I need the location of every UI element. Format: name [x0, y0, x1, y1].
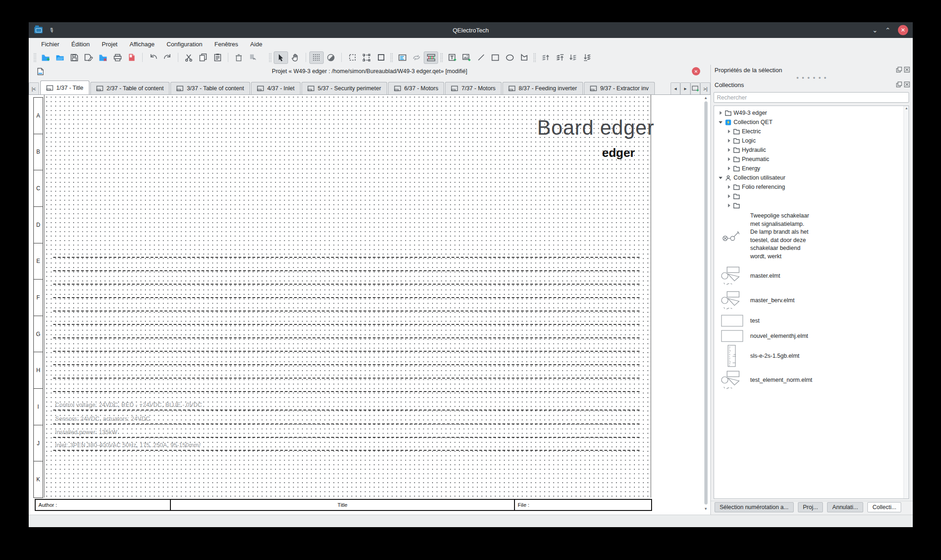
tree-item-folio-referencing[interactable]: Folio referencing [714, 182, 909, 192]
select-tool-button[interactable] [274, 51, 288, 64]
note-text[interactable]: Inlet: 3PEN 380-400VAC 50Hz, 175..250A, … [53, 442, 640, 451]
tree-item-pneumatic[interactable]: Pneumatic [714, 155, 909, 164]
tree-item-collection-utilisateur[interactable]: Collection utilisateur [714, 173, 909, 182]
collections-search-input[interactable] [714, 92, 909, 103]
tab-collections[interactable]: Collecti... [867, 502, 901, 512]
dashed-conductor[interactable] [53, 378, 640, 379]
folio-list-button[interactable] [395, 51, 409, 64]
dock-splitter-handle[interactable]: ● ● ● ● ● ● [711, 75, 913, 80]
tree-item-electric[interactable]: Electric [714, 127, 909, 136]
conductor-button[interactable] [424, 51, 438, 64]
chevron-down-icon[interactable] [719, 121, 722, 124]
titlebar[interactable]: ✎ QElectroTech ⌄ ⌃ ✕ [29, 22, 913, 38]
add-image-button[interactable] [459, 51, 474, 64]
title-block[interactable]: Author : Title File : [35, 499, 652, 511]
close-window-button[interactable]: ✕ [898, 25, 908, 35]
tree-item-collection-qet[interactable]: Collection QET [714, 118, 909, 127]
tree-item-energy[interactable]: Energy [714, 164, 909, 173]
collections-scrollbar[interactable]: ▲ [903, 106, 909, 498]
collections-dock-header[interactable]: Collections [711, 80, 913, 90]
menu-affichage[interactable]: Affichage [124, 39, 161, 49]
dashed-conductor[interactable] [53, 297, 640, 298]
selection-mode-button[interactable] [345, 51, 359, 64]
chevron-right-icon[interactable] [728, 204, 730, 207]
draw-ellipse-button[interactable] [502, 51, 517, 64]
folio-tab-6[interactable]: 6/37 - Motors [388, 82, 445, 94]
dashed-conductor[interactable] [53, 324, 640, 325]
toolbar-drag-handle[interactable] [390, 53, 393, 62]
chevron-down-icon[interactable] [719, 177, 722, 179]
pan-tool-button[interactable] [288, 51, 302, 64]
tab-projet[interactable]: Proj... [798, 502, 823, 512]
paste-button[interactable] [210, 51, 225, 64]
close-dock-icon[interactable] [904, 67, 910, 73]
tab-selection-numerotation[interactable]: Sélection numérotation a... [715, 502, 794, 512]
scroll-down-icon[interactable]: ▼ [704, 507, 708, 511]
chevron-right-icon[interactable] [728, 148, 730, 152]
bring-front-button[interactable] [552, 51, 567, 64]
delete-button[interactable] [232, 51, 246, 64]
collections-tree-panel[interactable]: W49-3 edger Collection QET Electric [714, 106, 909, 499]
tab-annulation[interactable]: Annulati... [827, 502, 863, 512]
scrollbar-thumb[interactable] [704, 101, 708, 504]
zoom-fit-button[interactable] [359, 51, 374, 64]
send-back-button[interactable] [581, 51, 596, 64]
menu-fichier[interactable]: Fichier [35, 39, 65, 49]
dashed-conductor[interactable] [53, 284, 640, 285]
theme-contrast-button[interactable] [324, 51, 338, 64]
folio-tab-2[interactable]: 2/37 - Table of content [90, 82, 169, 94]
close-dock-icon[interactable] [904, 81, 910, 87]
minimize-button[interactable]: ⌄ [872, 27, 878, 33]
folio-tab-1[interactable]: 1/37 - Title [40, 81, 89, 94]
toolbar-drag-handle[interactable] [33, 53, 37, 62]
menu-projet[interactable]: Projet [96, 39, 124, 49]
dashed-conductor[interactable] [53, 351, 640, 352]
element-item-test[interactable]: test [714, 315, 909, 327]
tree-item-hydraulic[interactable]: Hydraulic [714, 145, 909, 155]
raise-button[interactable] [538, 51, 552, 64]
chevron-right-icon[interactable] [728, 139, 730, 143]
undo-button[interactable] [146, 51, 160, 64]
element-item-sls[interactable]: sls-e-2s-1.5gb.elmt [714, 345, 909, 367]
element-item-master-berv[interactable]: master_berv.elmt [714, 290, 909, 311]
scroll-up-icon[interactable]: ▲ [704, 96, 708, 100]
close-project-button[interactable] [96, 51, 110, 64]
toolbar-drag-handle[interactable] [533, 53, 536, 62]
dashed-conductor[interactable] [53, 270, 640, 271]
canvas-vertical-scrollbar[interactable]: ▲ ▼ [703, 96, 709, 511]
properties-dock-header[interactable]: Propriétés de la sélection [711, 65, 913, 75]
float-dock-icon[interactable] [896, 67, 902, 73]
draw-rectangle-button[interactable] [488, 51, 502, 64]
lower-button[interactable] [567, 51, 581, 64]
new-project-button[interactable] [38, 51, 53, 64]
menu-fenetres[interactable]: Fenêtres [208, 39, 244, 49]
menu-aide[interactable]: Aide [244, 39, 268, 49]
element-item-nouvel-elementhj[interactable]: nouvel_elementhj.elmt [714, 330, 909, 342]
folio-tab-7[interactable]: 7/37 - Motors [445, 82, 502, 94]
print-button[interactable] [110, 51, 125, 64]
first-folio-button[interactable]: |< [29, 82, 39, 94]
folio-tab-8[interactable]: 8/37 - Feeding inverter [502, 82, 583, 94]
add-text-button[interactable] [445, 51, 459, 64]
fold-button[interactable] [409, 51, 424, 64]
tree-item-project[interactable]: W49-3 edger [714, 108, 909, 118]
copy-button[interactable] [196, 51, 210, 64]
dashed-conductor[interactable] [53, 364, 640, 365]
pdf-export-button[interactable] [125, 51, 139, 64]
cut-button[interactable] [182, 51, 196, 64]
tree-item-logic[interactable]: Logic [714, 136, 909, 145]
element-item-tweepolige-schakelaar[interactable]: Tweepolige schakelaar met signalisatiela… [714, 212, 909, 261]
chevron-right-icon[interactable] [728, 130, 730, 133]
chevron-right-icon[interactable] [728, 194, 730, 198]
diagram-canvas[interactable]: A B C D E F G H I J K Board edger edger [29, 95, 710, 515]
float-dock-icon[interactable] [896, 81, 902, 87]
folio-tab-3[interactable]: 3/37 - Table of content [170, 82, 250, 94]
drop-paste-button[interactable] [246, 51, 260, 64]
dashed-conductor[interactable] [53, 311, 640, 311]
last-folio-button[interactable]: >| [700, 82, 710, 94]
maximize-button[interactable]: ⌃ [885, 27, 891, 33]
scroll-up-icon[interactable]: ▲ [905, 106, 908, 110]
chevron-right-icon[interactable] [728, 167, 730, 170]
note-text[interactable]: Control voltage: 24VDC, RED - +24VDC, BL… [53, 402, 640, 411]
element-item-master[interactable]: master.elmt [714, 266, 909, 286]
